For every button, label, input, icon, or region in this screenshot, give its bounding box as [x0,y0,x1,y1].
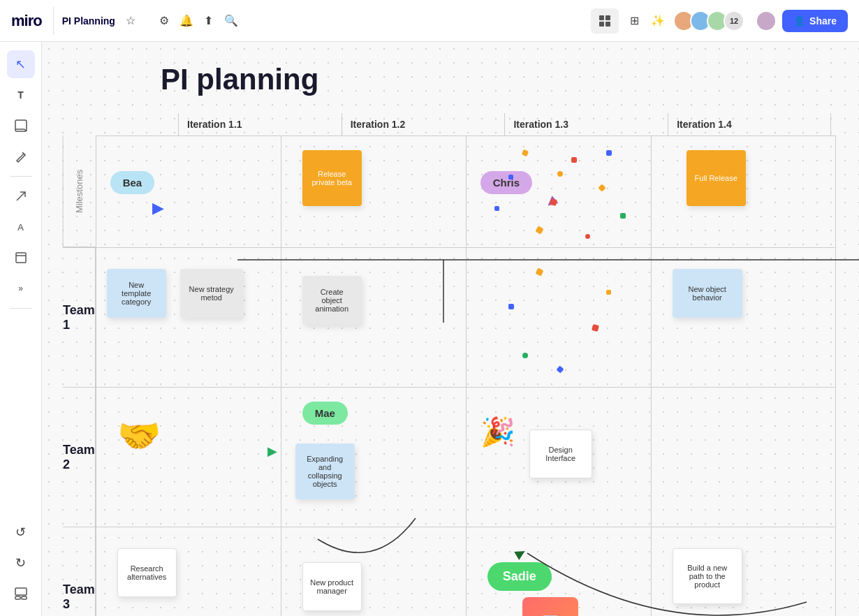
row-labels: Milestones Team 1 Team 2 Team 3 [63,135,96,616]
svg-rect-12 [22,596,27,599]
filter-icon[interactable]: ⊞ [624,11,644,31]
milestones-row: Bea ▶ Release private beta Ch [96,135,836,247]
grid-cols: Bea ▶ Release private beta Ch [96,135,836,616]
milestone-cell-1-2: Release private beta [281,135,466,247]
svg-rect-1 [605,15,610,20]
bea-bubble: Bea [110,171,155,194]
text-tool[interactable]: T [7,81,35,109]
team2-cell-1-1: 🤝 [96,387,281,527]
col-header-1: Iteration 1.1 [178,113,342,135]
team3-row: Research alternatives New product manage… [96,527,836,616]
confetti-8 [535,226,543,234]
team3-cell-1-4: Build a new path to the product [651,527,836,616]
confetti-t1-6 [556,365,564,373]
search-icon[interactable]: 🔍 [221,11,241,31]
top-actions: ⚙ 🔔 ⬆ 🔍 [149,11,247,31]
team2-cell-1-4 [651,387,836,527]
confetti-9 [606,150,612,156]
topbar: miro PI Planning ☆ ⚙ 🔔 ⬆ 🔍 ⊞ ✨ 12 [0,0,859,42]
settings-icon[interactable]: ⚙ [154,11,174,31]
star-icon[interactable]: ☆ [121,11,140,31]
share-label: Share [809,15,837,27]
toolbar-separator-1 [10,176,32,177]
team1-label: Team 1 [63,247,96,387]
pen-tool[interactable] [7,142,35,170]
team3-label: Team 3 [63,527,96,616]
confetti-11 [557,171,563,177]
arrow-tool[interactable] [7,182,35,210]
team2-cell-1-2: Mae ▶ Expanding and collapsing objects [281,387,466,527]
sticky-tool[interactable] [7,112,35,140]
col-header-4: Iteration 1.4 [668,113,831,135]
share-button[interactable]: 👤 Share [782,10,848,32]
team3-cell-1-3: Sadie ▶ 💻 [466,527,651,616]
confetti-1 [522,149,529,156]
handwriting-tool[interactable]: A [7,213,35,241]
design-interface-card[interactable]: Design Interface [529,430,592,478]
svg-rect-8 [16,253,26,263]
canvas[interactable]: PI planning Iteration 1.1 Iteration 1.2 … [42,42,859,616]
create-object-card[interactable]: Create object animation [302,276,362,325]
team1-row: New template category New strategy metod… [96,247,836,387]
new-strategy-card[interactable]: New strategy metod [180,269,243,318]
svg-rect-3 [605,22,610,27]
undo-button[interactable]: ↺ [7,518,35,546]
team1-cell-1-2: Create object animation [281,247,466,387]
party-cone: 🎉 [480,416,522,457]
col-header-3: Iteration 1.3 [504,113,668,135]
grid-body: Milestones Team 1 Team 2 Team 3 Bea ▶ [63,135,831,616]
research-card[interactable]: Research alternatives [117,548,177,597]
svg-rect-11 [15,596,20,599]
magic-icon[interactable]: ✨ [648,11,668,31]
top-right: ⊞ ✨ 12 👤 Share [591,8,859,34]
team3-cell-1-1: Research alternatives [96,527,281,616]
confetti-t1-1 [535,268,543,277]
confetti-6 [494,206,499,211]
sadie-arrow: ▶ [512,543,528,562]
bell-icon[interactable]: 🔔 [177,11,196,31]
svg-rect-2 [599,22,604,27]
avatar-count[interactable]: 12 [724,10,744,31]
confetti-t1-5 [606,290,611,295]
upload-icon[interactable]: ⬆ [199,11,219,31]
collab-tools: ⊞ ✨ [624,11,668,31]
toolbar-separator-2 [10,308,32,309]
avatar-stack: 12 [673,10,744,31]
board-title-heading: PI planning [161,63,831,96]
miro-logo[interactable]: miro [11,12,42,30]
release-beta-card[interactable]: Release private beta [302,150,362,206]
full-release-card[interactable]: Full Release [687,150,746,206]
team1-cell-1-4: New object behavior [651,247,836,387]
mae-arrow: ▶ [267,443,277,459]
mae-bubble: Mae [302,402,348,425]
expanding-card[interactable]: Expanding and collapsing objects [295,443,355,499]
confetti-2 [571,157,577,163]
team1-cell-1-3 [466,247,651,387]
confetti-3 [508,175,513,179]
frame-tool[interactable] [7,244,35,272]
milestone-cell-1-4: Full Release [651,135,836,247]
chris-bubble: Chris [480,171,532,194]
computer-illustration: 💻 [522,597,578,616]
apps-button[interactable] [591,8,619,34]
board-title-area: PI Planning ☆ [53,7,149,35]
select-tool[interactable]: ↖ [7,50,35,78]
col-header-2: Iteration 1.2 [342,113,505,135]
redo-button[interactable]: ↻ [7,549,35,577]
team2-row: 🤝 Mae ▶ Expanding and collapsing objects [96,387,836,527]
confetti-t1-3 [592,324,599,332]
confetti-t1-2 [508,304,514,309]
build-new-path-card[interactable]: Build a new path to the product [673,548,742,604]
layout-button[interactable] [7,580,35,608]
confetti-4 [598,184,605,191]
new-object-behavior-card[interactable]: New object behavior [673,269,742,318]
sadie-bubble: Sadie [487,562,552,591]
logo-area: miro [0,12,53,30]
new-template-card[interactable]: New template category [107,269,166,318]
team2-label: Team 2 [63,387,96,527]
svg-rect-10 [15,588,27,595]
board-title[interactable]: PI Planning [62,15,115,27]
new-product-manager-card[interactable]: New product manager [302,562,362,611]
more-tools[interactable]: » [7,274,35,302]
confetti-7 [620,213,626,219]
